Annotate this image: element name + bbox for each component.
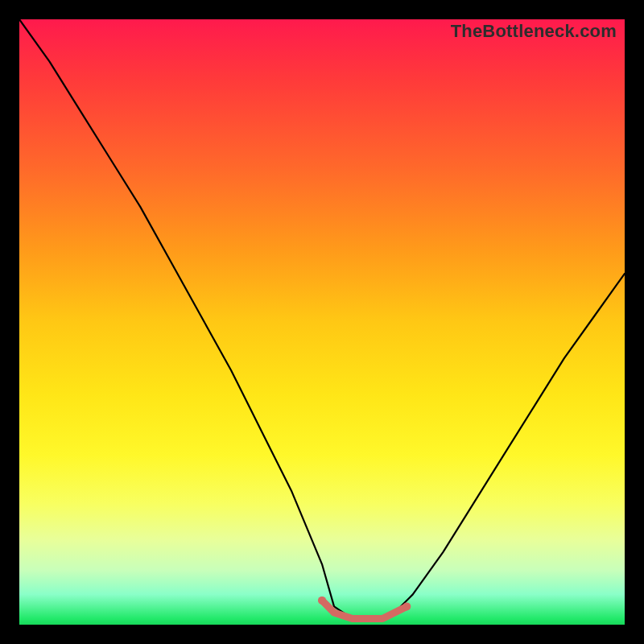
highlight-dot-left <box>318 597 326 605</box>
main-curve <box>19 19 625 619</box>
highlight-dot-right <box>402 602 411 610</box>
outer-frame: TheBottleneck.com <box>0 0 644 644</box>
bottom-highlight <box>322 601 407 619</box>
plot-area: TheBottleneck.com <box>19 19 625 625</box>
watermark-text: TheBottleneck.com <box>451 21 617 42</box>
curve-svg <box>19 19 625 625</box>
